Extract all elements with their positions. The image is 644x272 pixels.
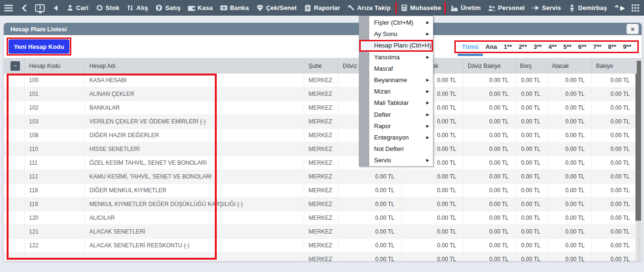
cell-amount: 0.00 TL — [516, 170, 548, 184]
table-row[interactable]: 101ALINAN ÇEKLERMERKEZ0.00 TL0.00 TL0.00… — [4, 87, 637, 101]
table-row[interactable]: 119MENKUL KIYMETLER DEĞER DÜŞÜKLÜĞÜ KARŞ… — [4, 197, 637, 211]
cell-amount: 0.00 TL — [463, 184, 516, 197]
nav-item-stok[interactable]: Stok — [95, 2, 120, 14]
table-row[interactable]: 121ALACAK SENETLERİMERKEZ0.00 TL0.00 TL0… — [4, 225, 637, 239]
nav-item-label: Muhasebe — [410, 4, 441, 11]
nav-item-cari[interactable]: Cari — [65, 2, 89, 14]
filter-tab-9[interactable]: 9** — [620, 43, 634, 51]
menu-item-beyanname[interactable]: Beyanname▶ — [359, 75, 433, 86]
apps-grid-icon[interactable] — [631, 3, 640, 13]
vertical-scrollbar[interactable] — [635, 58, 641, 261]
people-icon — [488, 4, 496, 12]
nav-item-sat-[interactable]: Satış — [154, 2, 182, 14]
column-header-bakiye[interactable]: Bakiye — [592, 58, 637, 74]
table-row[interactable]: 111ÖZEL KESİM TAHVİL, SENET VE BONOLARIM… — [4, 156, 637, 170]
menu-item-entegrasyon[interactable]: Entegrasyon▶ — [359, 132, 433, 143]
filter-tab-tm[interactable]: Tümü — [459, 43, 482, 51]
column-header-d-viz-bakiye[interactable]: Döviz Bakiye — [463, 58, 516, 74]
screen-number-icon[interactable]: 3 — [35, 3, 45, 13]
new-account-code-button[interactable]: Yeni Hesap Kodu — [9, 39, 69, 54]
filter-tab-5[interactable]: 5** — [560, 43, 575, 51]
cell-amount: 0.00 TL — [463, 101, 516, 115]
cell-hesap-kodu: 122 — [25, 239, 85, 253]
submenu-arrow-icon: ▶ — [426, 132, 429, 143]
back-icon[interactable] — [19, 3, 29, 13]
filter-tab-6[interactable]: 6** — [575, 43, 590, 51]
table-row[interactable]: 120ALICILARMERKEZ0.00 TL0.00 TL0.00 TL0.… — [4, 211, 637, 225]
column-header-label: Bakiye — [596, 63, 613, 69]
nav-item-personel[interactable]: Personel — [487, 2, 526, 14]
nav-item-demirba-[interactable]: Demirbaş — [567, 2, 608, 14]
menu-item-not-defteri[interactable]: Not Defteri — [359, 143, 433, 155]
nav-item-kasa[interactable]: Kasa — [187, 2, 214, 14]
menu-item-yans-tma[interactable]: Yansıtma▶ — [359, 52, 433, 63]
cell-amount: 0.00 TL — [516, 211, 548, 225]
table-header-row: −Hesap KoduHesap AdıŞubeDöviz BorçDöviz … — [4, 58, 637, 74]
nav-item-al-[interactable]: Alış — [125, 2, 149, 14]
scrollbar-thumb[interactable] — [635, 61, 641, 221]
cell-amount: 0.00 TL — [592, 129, 637, 142]
cell-amount: 0.00 TL — [402, 239, 463, 253]
menu-item-label: Hesap Planı (Ctrl+H) — [374, 42, 431, 49]
cell-sube: MERKEZ — [304, 156, 338, 170]
cell-amount: 0.00 TL — [592, 142, 637, 156]
nav-item-ar-za-takip[interactable]: Arıza Takip — [346, 2, 392, 14]
menu-item-hesap-plan-ctrl-h[interactable]: Hesap Planı (Ctrl+H) — [359, 40, 433, 51]
wrench-icon — [614, 4, 618, 12]
table-row[interactable]: 122ALACAK SENETLERİ REESKONTU (-)MERKEZ0… — [4, 239, 637, 253]
filter-tab-ana[interactable]: Ana — [482, 43, 500, 51]
cell-amount: 0.00 TL — [463, 142, 516, 156]
cell-amount: 0.00 TL — [338, 211, 402, 225]
cell-hesap-adi: ALACAK SENETLERİ — [85, 225, 304, 239]
filter-tab-7[interactable]: 7** — [590, 43, 605, 51]
nav-item-servis[interactable]: Servis — [531, 2, 562, 14]
nav-item-muhasebe[interactable]: Muhasebe — [397, 2, 444, 14]
filter-tab-4[interactable]: 4** — [545, 43, 560, 51]
menu-item-mali-tablolar[interactable]: Mali Tablolar▶ — [359, 97, 433, 109]
column-header-alacak[interactable]: Alacak — [548, 58, 592, 74]
menu-item-defter[interactable]: Defter▶ — [359, 109, 433, 121]
cell-amount: 0.00 TL — [516, 225, 548, 239]
menu-item-ay-sonu[interactable]: Ay Sonu▶ — [359, 28, 433, 40]
table-row[interactable]: 103VERİLEN ÇEKLER VE ÖDEME EMİRLERİ (-)M… — [4, 115, 637, 129]
filter-tab-1[interactable]: 1** — [500, 43, 515, 51]
collapse-all-button[interactable]: − — [10, 61, 20, 71]
filter-tab-2[interactable]: 2** — [515, 43, 530, 51]
close-button[interactable]: × — [626, 24, 639, 34]
filter-tab-3[interactable]: 3** — [530, 43, 545, 51]
cell-expand — [4, 239, 25, 253]
column-header--ube[interactable]: Şube — [304, 58, 338, 74]
cell-amount: 0.00 TL — [338, 239, 402, 253]
menu-item-fi-ler-ctrl-m[interactable]: Fişler (Ctrl+M)▶ — [359, 17, 433, 28]
table-row[interactable]: 112KAMU KESİMİ, TAHVİL, SENET VE BONOLAR… — [4, 170, 637, 184]
cell-amount: 0.00 TL — [463, 74, 516, 87]
nav-item-banka[interactable]: Banka — [219, 2, 250, 14]
table-row[interactable]: 108DİĞER HAZIR DEĞERLERMERKEZ0.00 TL0.00… — [4, 129, 637, 142]
scroll-right-icon[interactable]: ▶ — [620, 5, 625, 11]
menu-item-masraf[interactable]: Masraf — [359, 63, 433, 75]
menu-item-servis[interactable]: Servis▶ — [359, 155, 433, 166]
filter-tab-8[interactable]: 8** — [605, 43, 619, 51]
menu-item-mizan[interactable]: Mizan▶ — [359, 86, 433, 97]
submenu-arrow-icon: ▶ — [426, 28, 429, 40]
table-row[interactable]: 102BANKALARMERKEZ0.00 TL0.00 TL0.00 TL0.… — [4, 101, 637, 115]
table-row[interactable]: MERKEZ0.00 TL0.00 TL0.00 TL0.00 TL0.00 T… — [4, 253, 637, 261]
nav-item--ek-senet[interactable]: Çek/Senet — [255, 2, 298, 14]
menu-item-label: Rapor — [374, 122, 391, 130]
cell-hesap-adi: ÖZEL KESİM TAHVİL, SENET VE BONOLARI — [85, 156, 304, 170]
column-header-bor-[interactable]: Borç — [516, 58, 548, 74]
column-header-hesap-ad-[interactable]: Hesap Adı — [85, 58, 304, 74]
nav-item-raporlar[interactable]: Raporlar — [303, 2, 341, 14]
table-row[interactable]: 100KASA HESABIMERKEZ0.00 TL0.00 TL0.00 T… — [4, 74, 637, 87]
cell-hesap-kodu: 101 — [25, 87, 85, 101]
menu-icon[interactable] — [4, 3, 13, 13]
prev-triangle-icon[interactable] — [51, 3, 60, 13]
table-row[interactable]: 110HİSSE SENETLERİMERKEZ0.00 TL0.00 TL0.… — [4, 142, 637, 156]
nav-item-ara-servis[interactable]: Araç Servis — [613, 2, 618, 14]
table-row[interactable]: 118DİĞER MENKUL KIYMETLERMERKEZ0.00 TL0.… — [4, 184, 637, 197]
cell-hesap-adi: ALICILAR — [85, 211, 304, 225]
menu-item-rapor[interactable]: Rapor▶ — [359, 121, 433, 132]
column-header-hesap-kodu[interactable]: Hesap Kodu — [25, 58, 85, 74]
nav-item--retim[interactable]: Üretim — [450, 2, 481, 14]
cell-expand — [4, 211, 25, 225]
